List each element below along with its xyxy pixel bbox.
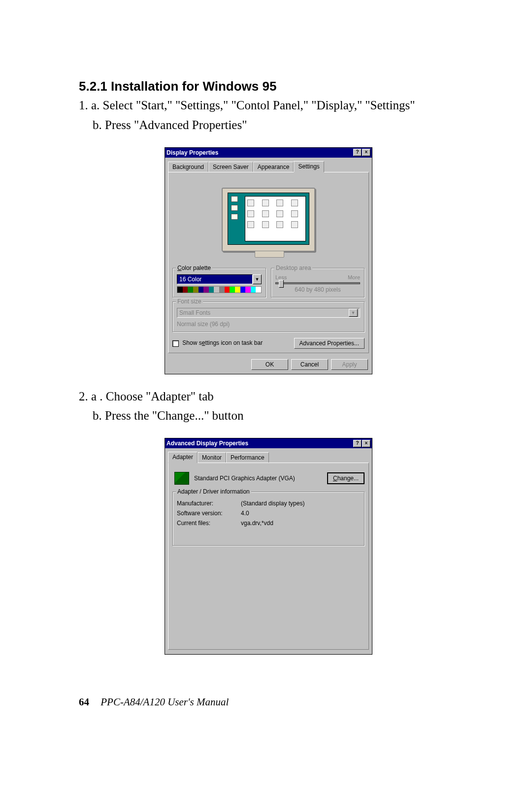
tab-appearance[interactable]: Appearance	[253, 162, 294, 173]
checkbox-icon[interactable]	[172, 340, 179, 347]
slider-thumb-icon[interactable]	[279, 280, 284, 288]
normal-size-label: Normal size (96 dpi)	[177, 321, 360, 328]
manual-title: PPC-A84/A120 User's Manual	[100, 696, 229, 708]
tabs-row: Background Screen Saver Appearance Setti…	[165, 158, 372, 172]
step-1a: 1. a. Select "Start," "Settings," "Conto…	[79, 97, 458, 114]
advanced-display-properties-dialog: Advanced Display Properties ? × Adapter …	[165, 438, 372, 655]
color-palette-label: Color palette	[176, 265, 212, 271]
software-version-label: Software version:	[177, 510, 241, 517]
resolution-label: 640 by 480 pixels	[275, 286, 360, 293]
current-files-label: Current files:	[177, 520, 241, 527]
palette-strip	[177, 286, 262, 293]
show-settings-label: Show settings icon on task bar	[182, 339, 263, 346]
tab-background[interactable]: Background	[168, 162, 208, 173]
display-properties-dialog: Display Properties ? × Background Screen…	[165, 147, 372, 374]
color-palette-select[interactable]: 16 Color ▼	[177, 274, 262, 284]
desktop-area-group: Desktop area Less More 640 by 480 pixels	[271, 268, 365, 298]
font-size-value: Small Fonts	[179, 309, 210, 316]
tab-screensaver[interactable]: Screen Saver	[208, 162, 253, 173]
adapter-info-group: Adapter / Driver information Manufacture…	[172, 492, 365, 546]
font-size-label: Font size	[176, 298, 203, 305]
titlebar[interactable]: Display Properties ? ×	[165, 148, 372, 158]
font-size-group: Font size Small Fonts ▼ Normal size (96 …	[172, 301, 365, 332]
color-palette-value: 16 Color	[177, 274, 253, 284]
chevron-down-icon[interactable]: ▼	[253, 274, 262, 284]
adapter-panel: Standard PCI Graphics Adapter (VGA) Chan…	[168, 463, 369, 650]
close-icon[interactable]: ×	[362, 440, 370, 447]
tab-monitor[interactable]: Monitor	[198, 452, 226, 464]
adapter-info-label: Adapter / Driver information	[176, 488, 251, 495]
help-icon[interactable]: ?	[353, 149, 362, 156]
tab-settings[interactable]: Settings	[294, 161, 324, 172]
page-footer: 64 PPC-A84/A120 User's Manual	[79, 696, 229, 708]
titlebar-text: Advanced Display Properties	[166, 440, 248, 447]
desktop-preview-icon	[231, 196, 238, 202]
slider-more: More	[348, 274, 360, 280]
show-settings-checkbox-row[interactable]: Show settings icon on task bar	[172, 339, 263, 346]
adapter-name: Standard PCI Graphics Adapter (VGA)	[194, 475, 295, 482]
settings-panel: Color palette 16 Color ▼ Desktop area	[168, 172, 369, 353]
tab-performance[interactable]: Performance	[226, 452, 269, 464]
titlebar-text: Display Properties	[166, 149, 218, 156]
desktop-area-slider[interactable]	[275, 282, 360, 284]
tabs-row: Adapter Monitor Performance	[165, 448, 372, 463]
cancel-button[interactable]: Cancel	[291, 359, 328, 370]
page-number: 64	[79, 696, 89, 708]
close-icon[interactable]: ×	[362, 149, 370, 156]
desktop-preview-icon	[231, 205, 238, 211]
advanced-properties-button[interactable]: Advanced Properties...	[294, 338, 365, 349]
apply-button[interactable]: Apply	[331, 359, 368, 370]
titlebar[interactable]: Advanced Display Properties ? ×	[165, 438, 372, 448]
adapter-icon	[174, 472, 189, 485]
manufacturer-value: (Standard display types)	[241, 500, 360, 507]
current-files-value: vga.drv,*vdd	[241, 520, 360, 527]
help-icon[interactable]: ?	[353, 440, 362, 447]
tab-adapter[interactable]: Adapter	[168, 452, 198, 463]
font-size-select[interactable]: Small Fonts ▼	[177, 308, 360, 318]
step-2a: 2. a . Choose "Adapter" tab	[79, 388, 458, 405]
software-version-value: 4.0	[241, 510, 360, 517]
manufacturer-label: Manufacturer:	[177, 500, 241, 507]
monitor-preview	[219, 180, 318, 259]
step-1b: b. Press "Advanced Properties"	[93, 117, 458, 133]
desktop-area-label: Desktop area	[274, 265, 312, 271]
ok-button[interactable]: OK	[251, 359, 288, 370]
color-palette-group: Color palette 16 Color ▼	[172, 268, 266, 298]
step-2b: b. Press the "Change..." button	[93, 407, 458, 424]
change-button[interactable]: Change...	[327, 472, 365, 484]
section-heading: 5.2.1 Installation for Windows 95	[79, 79, 458, 94]
desktop-preview-window	[245, 196, 306, 241]
desktop-preview-icon	[231, 214, 238, 220]
chevron-down-icon[interactable]: ▼	[349, 309, 358, 317]
